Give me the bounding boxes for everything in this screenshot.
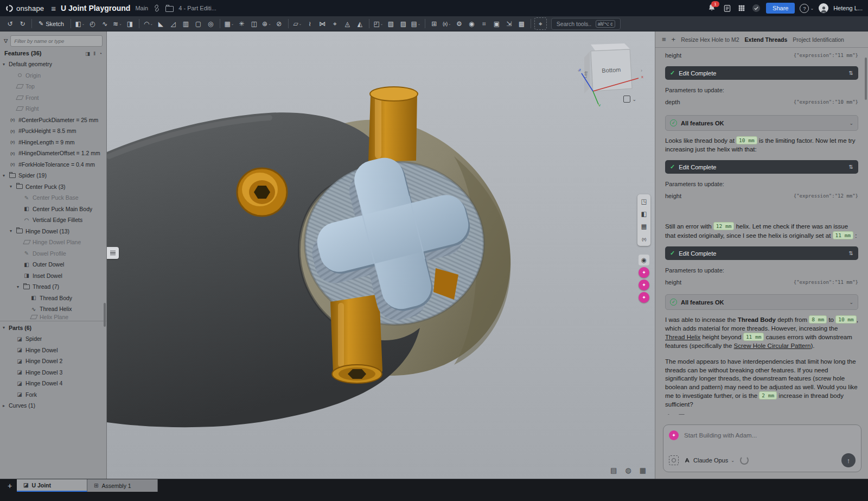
caret-icon[interactable]: ▾: [3, 62, 9, 67]
feature-filter-input[interactable]: [10, 35, 103, 47]
assistant-menu-icon[interactable]: ≡: [662, 35, 666, 43]
thread-helix-link[interactable]: Thread Helix: [665, 334, 700, 340]
assistant-presence-avatar[interactable]: ✦: [639, 292, 649, 303]
edit-complete-bar[interactable]: ✓ Edit Complete ⇅: [665, 246, 858, 260]
notifications-button[interactable]: 1: [707, 3, 717, 13]
caret-icon[interactable]: ▾: [10, 229, 16, 233]
thumbs-up-icon[interactable]: [665, 414, 672, 415]
redo-button[interactable]: ↻: [17, 18, 28, 29]
feature-item[interactable]: Vertical Edge Fillets: [0, 214, 106, 226]
part-item[interactable]: Hinge Dowel 2: [0, 356, 106, 367]
curves-section-header[interactable]: ▸Curves (1): [0, 400, 106, 411]
grid-icon[interactable]: ▦: [640, 466, 646, 474]
caret-icon[interactable]: ▾: [3, 325, 9, 330]
tab-assembly-1[interactable]: ⊞ Assembly 1: [87, 479, 158, 492]
caret-icon[interactable]: ▾: [17, 284, 23, 289]
thicken-button[interactable]: ◨: [124, 18, 136, 29]
caret-icon[interactable]: ▾: [3, 173, 9, 178]
loft-button[interactable]: ≋⌄: [112, 18, 123, 29]
split-button[interactable]: ⊘: [273, 18, 285, 29]
regenerate-icon[interactable]: ◔: [99, 50, 102, 56]
document-title[interactable]: U Joint Playground: [61, 4, 130, 12]
feature-item[interactable]: Thread Body: [0, 293, 106, 304]
caret-icon[interactable]: ▸: [3, 403, 9, 408]
sketch-button[interactable]: ✎Sketch: [35, 20, 67, 27]
part-item[interactable]: Hinge Dowel 4: [0, 378, 106, 389]
variable-item[interactable]: #ForkHoleTolerance = 0.4 mm: [0, 159, 106, 170]
feature-item[interactable]: Outer Dowel: [0, 259, 106, 270]
shell-button[interactable]: ▢: [193, 18, 204, 29]
draft-button[interactable]: ◿: [168, 18, 179, 29]
chevron-down-icon[interactable]: ⌄: [849, 121, 853, 126]
hinge-dowel-top[interactable]: [368, 87, 418, 162]
expand-icon[interactable]: ⇅: [849, 164, 853, 170]
parts-section-header[interactable]: ▾Parts (6): [0, 322, 106, 334]
tool-search[interactable]: alt/⌥ c: [551, 18, 621, 30]
feature-item[interactable]: Thread Helix: [0, 303, 106, 315]
variable-studio-button[interactable]: (x)⌄: [441, 18, 452, 29]
learning-center-button[interactable]: [751, 3, 761, 13]
helix-button[interactable]: ≀: [304, 18, 316, 29]
part-item[interactable]: Spider: [0, 333, 106, 345]
transform-button[interactable]: ⌖: [329, 18, 341, 29]
section-view-button[interactable]: ◧: [639, 208, 649, 219]
linear-pattern-button[interactable]: ▦⌄: [224, 18, 235, 29]
share-button[interactable]: Share: [766, 3, 795, 14]
suppress-icon[interactable]: ‖: [93, 50, 95, 56]
revolve-button[interactable]: ◴: [87, 18, 98, 29]
feature-item[interactable]: Center Puck Base: [0, 192, 106, 204]
screw-hole-pattern-link[interactable]: Screw Hole Circular Pattern: [734, 343, 811, 349]
section-view-button[interactable]: ⌖: [534, 17, 547, 30]
onshape-logo[interactable]: onshape: [5, 4, 44, 12]
part-item[interactable]: Fork: [0, 389, 106, 401]
new-chat-button[interactable]: +: [672, 35, 676, 43]
undo-button[interactable]: ↺: [4, 18, 16, 29]
feature-item[interactable]: ▾Default geometry: [0, 59, 106, 70]
expand-icon[interactable]: ⇅: [849, 250, 853, 256]
all-features-ok-bar[interactable]: ✓ All features OK ⌄: [665, 294, 858, 310]
composite-button[interactable]: ▤⌄: [410, 18, 422, 29]
sweep-button[interactable]: ∿: [99, 18, 111, 29]
help-menu[interactable]: ? ⌄: [800, 4, 814, 13]
rib-button[interactable]: ▥: [180, 18, 192, 29]
document-tab-label[interactable]: 4 - Part Editi...: [178, 5, 216, 11]
part-item[interactable]: Hinge Dowel 3: [0, 367, 106, 378]
folder-item[interactable]: ▾Center Puck (3): [0, 181, 106, 193]
appearance-button[interactable]: ▦: [639, 221, 649, 232]
filter-icon[interactable]: ∇: [4, 38, 8, 45]
follow-mode-button[interactable]: ◉: [639, 255, 649, 265]
variable-item[interactable]: #HingeDiameterOffset = 1.2 mm: [0, 148, 106, 159]
expand-icon[interactable]: ⇅: [849, 70, 853, 76]
tag-button[interactable]: ⌗: [478, 18, 490, 29]
rotate-right-arrow[interactable]: ›: [641, 68, 642, 73]
offset-button[interactable]: ▨: [398, 18, 409, 29]
delete-face-button[interactable]: ◬: [342, 18, 353, 29]
variables-button[interactable]: (x): [639, 233, 649, 244]
all-features-ok-bar[interactable]: ✓ All features OK ⌄: [665, 115, 858, 131]
variable-item[interactable]: #CenterPuckDiameter = 25 mm: [0, 115, 106, 126]
notes-button[interactable]: ▣: [491, 18, 502, 29]
edit-complete-bar[interactable]: ✓ Edit Complete ⇅: [665, 66, 858, 80]
assistant-presence-avatar[interactable]: ✦: [639, 267, 649, 278]
assistant-presence-avatar[interactable]: ✦: [639, 280, 649, 290]
add-tab-button[interactable]: +: [3, 479, 17, 492]
globe-icon[interactable]: ◍: [625, 466, 631, 474]
send-button[interactable]: ↑: [841, 453, 856, 467]
folder-item[interactable]: ▾Hinge Dowel (13): [0, 226, 106, 237]
chevron-down-icon[interactable]: ⌄: [849, 300, 853, 305]
feature-item[interactable]: Right: [0, 103, 106, 115]
avatar[interactable]: [819, 3, 828, 13]
feature-item[interactable]: Origin: [0, 70, 106, 81]
isometric-view-button[interactable]: ◳: [639, 196, 649, 207]
hex-socket-screw[interactable]: [237, 168, 287, 216]
journal-button[interactable]: [722, 3, 732, 13]
chamfer-button[interactable]: ◣: [155, 18, 167, 29]
feature-item[interactable]: Center Puck Main Body: [0, 204, 106, 215]
assistant-button[interactable]: ◉: [466, 18, 477, 29]
tool-search-input[interactable]: [556, 20, 592, 28]
panel-scrollbar[interactable]: [104, 303, 106, 327]
u-joint-model[interactable]: [107, 31, 655, 479]
view-options-button[interactable]: ⌄: [623, 96, 636, 103]
variable-item[interactable]: #HingeLength = 9 mm: [0, 137, 106, 148]
tab-u-joint[interactable]: ◪ U Joint: [17, 479, 87, 492]
